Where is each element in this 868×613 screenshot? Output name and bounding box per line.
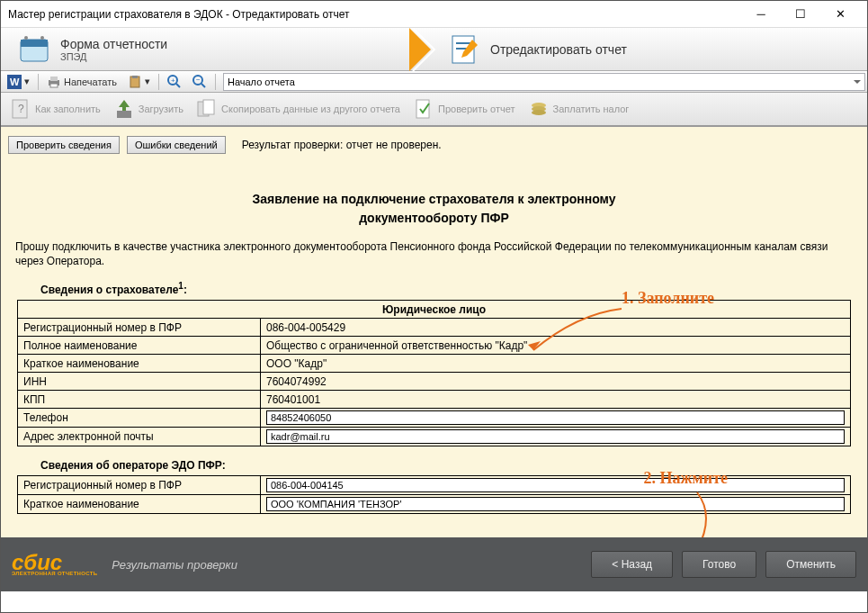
sbis-logo: сбис ЭЛЕКТРОННАЯ ОТЧЕТНОСТЬ <box>12 553 97 577</box>
chevron-down-icon: ▾ <box>24 76 30 87</box>
table-row: Регистрационный номер в ПФР <box>18 476 851 495</box>
zoom-out-button[interactable]: − <box>188 73 211 91</box>
operator-shortname-input[interactable] <box>266 497 845 511</box>
howto-button[interactable]: ?Как заполнить <box>4 95 106 123</box>
toolbar-primary: W▾ Напечатать ▾ + − Начало отчета <box>1 71 867 93</box>
print-button[interactable]: Напечатать <box>42 73 121 91</box>
printer-icon <box>47 75 61 89</box>
copy-docs-icon <box>196 98 218 120</box>
pay-tax-button[interactable]: Заплатить налог <box>523 95 635 123</box>
footer: сбис ЭЛЕКТРОННАЯ ОТЧЕТНОСТЬ Результаты п… <box>1 537 867 591</box>
close-button[interactable]: ✕ <box>820 1 860 27</box>
zoom-in-button[interactable]: + <box>163 73 186 91</box>
magnifier-minus-icon: − <box>192 75 207 89</box>
help-doc-icon: ? <box>10 98 31 120</box>
table-row: Регистрационный номер в ПФР086-004-00542… <box>18 319 851 337</box>
table-row: Полное наименованиеОбщество с ограниченн… <box>18 337 851 355</box>
clipboard-icon <box>128 75 142 89</box>
table-row: ИНН7604074992 <box>18 373 851 391</box>
operator-regnum-input[interactable] <box>266 478 845 492</box>
word-export-button[interactable]: W▾ <box>3 73 34 91</box>
chevron-down-icon: ▾ <box>145 76 150 87</box>
svg-point-28 <box>532 110 546 115</box>
maximize-button[interactable]: ☐ <box>781 1 820 27</box>
step2-title: Отредактировать отчет <box>490 42 627 57</box>
svg-text:−: − <box>196 76 201 84</box>
section-insurer-title: Сведения о страхователе1: <box>40 281 853 296</box>
svg-point-3 <box>40 36 44 40</box>
table-row: Телефон <box>18 409 851 428</box>
svg-text:+: + <box>171 77 175 85</box>
table-row: Краткое наименованиеООО "Кадр" <box>18 355 851 373</box>
svg-line-15 <box>176 84 180 87</box>
svg-rect-24 <box>203 100 214 114</box>
svg-rect-25 <box>416 100 429 118</box>
svg-text:?: ? <box>18 103 24 115</box>
svg-rect-22 <box>117 111 131 118</box>
calendar-form-icon <box>17 32 51 67</box>
magnifier-plus-icon: + <box>167 75 182 89</box>
footer-results-label: Результаты проверки <box>112 558 582 572</box>
table-row: КПП760401001 <box>18 391 851 409</box>
table-row: Краткое наименование <box>18 495 851 514</box>
svg-rect-13 <box>132 76 138 78</box>
window-title: Мастер регистрации страхователя в ЭДОК -… <box>8 8 741 21</box>
titlebar: Мастер регистрации страхователя в ЭДОК -… <box>1 1 867 28</box>
load-button[interactable]: Загрузить <box>108 95 189 123</box>
section-operator-title: Сведения об операторе ЭДО ПФР: <box>40 459 853 472</box>
word-icon: W <box>7 75 22 89</box>
clipboard-button[interactable]: ▾ <box>123 73 155 91</box>
legal-entity-header: Юридическое лицо <box>18 301 851 319</box>
document-title: Заявление на подключение страхователя к … <box>8 190 860 228</box>
check-doc-icon <box>413 98 434 120</box>
done-button[interactable]: Готово <box>682 551 756 578</box>
edit-document-icon <box>447 32 481 67</box>
report-content: Проверить сведения Ошибки сведений Резул… <box>1 127 867 537</box>
svg-rect-11 <box>50 84 58 87</box>
phone-input[interactable] <box>266 410 845 425</box>
step-form-type[interactable]: Форма отчетности ЗПЭД <box>1 28 431 70</box>
svg-rect-1 <box>21 40 48 47</box>
coins-icon <box>528 98 550 120</box>
svg-text:W: W <box>10 77 20 87</box>
svg-rect-10 <box>50 77 58 81</box>
minimize-button[interactable]: ─ <box>741 1 781 27</box>
toolbar-secondary: ?Как заполнить Загрузить Скопировать дан… <box>1 93 867 127</box>
cancel-button[interactable]: Отменить <box>765 551 856 578</box>
email-input[interactable] <box>266 429 845 444</box>
svg-point-2 <box>24 36 28 40</box>
operator-table: Регистрационный номер в ПФР Краткое наим… <box>17 475 851 514</box>
insurer-table: Юридическое лицо Регистрационный номер в… <box>17 300 851 446</box>
svg-line-18 <box>201 84 205 87</box>
check-data-button[interactable]: Проверить сведения <box>8 136 120 154</box>
section-nav-dropdown[interactable]: Начало отчета <box>223 73 865 91</box>
data-errors-button[interactable]: Ошибки сведений <box>127 136 226 154</box>
table-row: Адрес электронной почты <box>18 428 851 446</box>
upload-icon <box>113 98 135 120</box>
copy-from-other-button[interactable]: Скопировать данные из другого отчета <box>191 95 406 123</box>
check-report-button[interactable]: Проверить отчет <box>407 95 521 123</box>
wizard-steps: Форма отчетности ЗПЭД Отредактировать от… <box>1 28 867 71</box>
step1-title: Форма отчетности <box>60 37 167 51</box>
step-edit-report[interactable]: Отредактировать отчет <box>431 28 867 70</box>
check-result-text: Результат проверки: отчет не проверен. <box>242 139 442 151</box>
back-button[interactable]: < Назад <box>591 551 673 578</box>
intro-paragraph: Прошу подключить в качестве участника эл… <box>15 240 853 268</box>
step1-subtitle: ЗПЭД <box>60 51 167 62</box>
